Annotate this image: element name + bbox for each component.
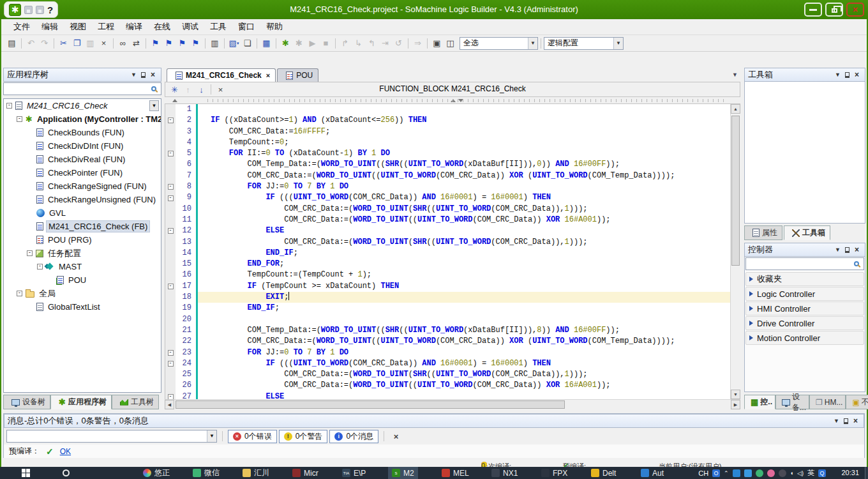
- tab-device[interactable]: 设备...: [775, 395, 809, 409]
- menu-item-2[interactable]: 编辑: [36, 20, 64, 34]
- tray-qq-dark-icon[interactable]: [779, 469, 786, 477]
- menu-item-1[interactable]: 文件: [8, 20, 36, 34]
- precompile-ok-link[interactable]: OK: [60, 447, 71, 456]
- controller-search-input[interactable]: [745, 257, 864, 270]
- tree-item[interactable]: -MAST: [4, 260, 161, 273]
- taskbar-photos-app[interactable]: 悠正: [139, 467, 174, 479]
- tree-item[interactable]: POU: [4, 273, 161, 287]
- tree-item[interactable]: CheckDivReal (FUN): [4, 153, 161, 166]
- fold-collapse-icon[interactable]: -: [168, 394, 174, 399]
- tree-expander-icon[interactable]: -: [27, 250, 33, 256]
- controller-group-1[interactable]: 收藏夹: [745, 272, 864, 286]
- code-line-8[interactable]: -8 FOR JJ:=0 TO 7 BY 1 DO: [165, 181, 730, 192]
- find-icon[interactable]: ∞: [116, 37, 130, 50]
- tree-item[interactable]: M241_CRC16_Check (FB): [4, 220, 161, 233]
- code-line-9[interactable]: -9 IF (((UINT_TO_WORD(COM_CRC_Data)) AND…: [165, 192, 730, 203]
- tab-misc[interactable]: ▣不: [846, 395, 868, 409]
- expand-arrow-icon[interactable]: [749, 335, 753, 340]
- hscroll-thumb[interactable]: [176, 400, 565, 409]
- pin-icon[interactable]: [841, 416, 851, 426]
- taskbar-delta[interactable]: Delt: [587, 467, 620, 479]
- chevron-down-icon[interactable]: ▼: [528, 38, 537, 49]
- code-line-26[interactable]: 26 COM_CRC_Data:=(WORD_TO_UINT((UINT_TO_…: [165, 380, 730, 391]
- code-line-15[interactable]: 15 END_FOR;: [165, 259, 730, 270]
- close-button[interactable]: ×: [846, 3, 864, 17]
- tree-item[interactable]: CheckRangeUnsigned (FUN): [4, 193, 161, 206]
- clear-messages-icon[interactable]: ×: [389, 430, 403, 443]
- device-check-icon[interactable]: ◫: [444, 37, 457, 50]
- code-area[interactable]: 1-2IF ((xDataCount>=1) AND (xDataCount<=…: [165, 104, 730, 399]
- code-line-25[interactable]: 25 COM_CRC_Data:=(WORD_TO_UINT(SHR((UINT…: [165, 369, 730, 380]
- code-line-11[interactable]: 11 COM_CRC_Data:=(WORD_TO_UINT((UINT_TO_…: [165, 215, 730, 225]
- code-line-7[interactable]: 7 COM_CRC_Data:=(WORD_TO_UINT((UINT_TO_W…: [165, 171, 730, 181]
- step-into-icon[interactable]: ↳: [352, 37, 365, 50]
- controller-group-4[interactable]: Drive Controller: [745, 316, 864, 330]
- filter-info-button[interactable]: i0个消息: [329, 430, 378, 443]
- message-category-combo[interactable]: ▼: [6, 430, 217, 443]
- tab-hmi[interactable]: ❐HM...: [809, 395, 846, 409]
- code-line-22[interactable]: 22 COM_CRC_Data:=(WORD_TO_UINT((UINT_TO_…: [165, 336, 730, 347]
- scope-combobox[interactable]: 全选▼: [460, 37, 538, 50]
- horizontal-scrollbar[interactable]: ◀ ▶: [165, 399, 740, 409]
- fold-collapse-icon[interactable]: -: [168, 195, 174, 201]
- logout-icon[interactable]: ✱: [292, 37, 306, 50]
- filter-warning-button[interactable]: !0个警告: [279, 430, 328, 443]
- expand-arrow-icon[interactable]: [749, 306, 753, 311]
- taskbar-tia-portal[interactable]: TIAE\P: [338, 467, 370, 479]
- taskbar-folder-huichuan[interactable]: 汇川: [239, 467, 273, 479]
- tree-item[interactable]: -全局: [4, 287, 161, 300]
- code-line-18[interactable]: 18 EXIT;: [165, 292, 730, 303]
- declaration-collapse-handle[interactable]: [172, 99, 177, 102]
- paste-icon[interactable]: ▥: [84, 37, 97, 50]
- run-to-cursor-icon[interactable]: ⇥: [378, 37, 392, 50]
- tree-item[interactable]: POU (PRG): [4, 233, 161, 247]
- tray-qq-icon[interactable]: Q: [818, 469, 826, 477]
- tray-input-icon[interactable]: O: [712, 469, 720, 477]
- code-line-1[interactable]: 1: [165, 104, 730, 115]
- panel-menu-icon[interactable]: ▼: [833, 70, 842, 80]
- pin-icon[interactable]: [842, 70, 852, 80]
- code-line-17[interactable]: -17 IF (TempCount >= xDataCount) THEN: [165, 281, 730, 292]
- code-line-24[interactable]: -24 IF (((UINT_TO_WORD(COM_CRC_Data)) AN…: [165, 358, 730, 369]
- tree-item[interactable]: CheckPointer (FUN): [4, 166, 161, 179]
- new-object-icon[interactable]: ▧▾: [227, 37, 241, 50]
- tree-expander-icon[interactable]: -: [6, 103, 12, 109]
- menu-item-10[interactable]: 帮助: [260, 20, 288, 34]
- tab-properties[interactable]: 属性: [744, 225, 782, 240]
- code-line-13[interactable]: 13 COM_CRC_Data:=(WORD_TO_UINT(SHR((UINT…: [165, 237, 730, 248]
- fold-collapse-icon[interactable]: -: [168, 228, 174, 234]
- bookmark-clear-icon[interactable]: ⚑: [189, 37, 202, 50]
- code-line-20[interactable]: 20: [165, 314, 730, 325]
- replace-icon[interactable]: ⇄: [130, 37, 143, 50]
- tray-app1-icon[interactable]: [733, 469, 740, 477]
- taskbar-search-button[interactable]: [59, 467, 73, 479]
- tree-item[interactable]: CheckRangeSigned (FUN): [4, 179, 161, 193]
- delete-declaration-icon[interactable]: ×: [214, 83, 227, 96]
- tree-item[interactable]: -任务配置: [4, 247, 161, 260]
- scroll-down-icon[interactable]: ▼: [731, 390, 740, 399]
- tree-expander-icon[interactable]: -: [17, 116, 22, 122]
- code-line-12[interactable]: -12 ELSE: [165, 225, 730, 236]
- tray-expand-icon[interactable]: ⌃: [724, 470, 729, 476]
- tab-application-tree[interactable]: ✱应用程序树: [50, 395, 112, 409]
- pin-icon[interactable]: [138, 70, 148, 80]
- cut-icon[interactable]: ✂: [57, 37, 70, 50]
- code-line-23[interactable]: -23 FOR JJ:=0 TO 7 BY 1 DO: [165, 347, 730, 358]
- tree-item[interactable]: -M241_CRC16_Check▼: [4, 99, 161, 112]
- menu-item-6[interactable]: 在线: [148, 20, 176, 34]
- vertical-scrollbar[interactable]: ▲ ▼: [730, 104, 740, 399]
- restore-button[interactable]: [825, 3, 843, 17]
- controller-group-3[interactable]: HMI Controller: [745, 301, 864, 316]
- code-line-5[interactable]: -5 FOR II:=0 TO (xDataCount-1) BY 1 DO: [165, 148, 730, 159]
- editor-tab-m241_crc16_check[interactable]: M241_CRC16_Check×: [167, 68, 276, 82]
- redo-icon[interactable]: ↷: [38, 37, 51, 50]
- tree-expander-icon[interactable]: -: [17, 291, 22, 296]
- flow-control-icon[interactable]: ⇒: [411, 37, 424, 50]
- tray-qq-pink-icon[interactable]: [767, 469, 775, 477]
- bookmark-next-icon[interactable]: ⚑: [162, 37, 176, 50]
- bookmark-toggle-icon[interactable]: ⚑: [149, 37, 162, 50]
- search-icon[interactable]: [151, 86, 156, 91]
- code-line-27[interactable]: -27 ELSE: [165, 392, 730, 399]
- controller-group-5[interactable]: Motion Controller: [745, 331, 864, 345]
- filter-error-button[interactable]: ×0个错误: [228, 430, 277, 443]
